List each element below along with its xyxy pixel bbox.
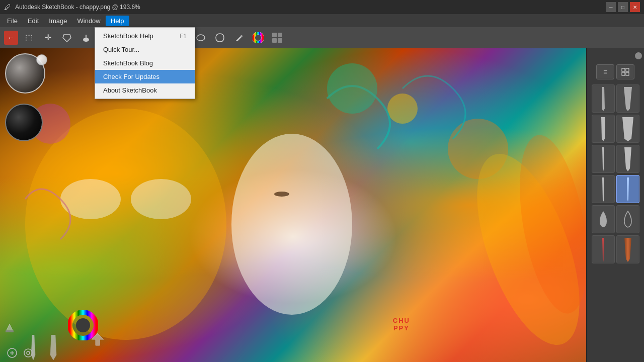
svg-rect-31 [622,72,625,75]
svg-point-7 [240,35,243,37]
brush-icon-pen-narrow[interactable] [592,145,615,173]
view-toggle-row: ≡ [596,64,634,79]
brush-library-button[interactable] [269,29,286,46]
svg-point-18 [327,63,377,114]
svg-point-6 [197,35,205,41]
selection-tool-button[interactable]: ⬚ [20,29,37,46]
help-check-updates-item[interactable]: Check For Updates [95,70,195,83]
help-sketchbook-help-item[interactable]: SketchBook Help F1 [95,29,195,43]
arrow-tool[interactable] [91,332,105,348]
brush-icon-color1[interactable] [592,235,615,263]
menu-file[interactable]: File [2,16,23,26]
shape-tool-button[interactable] [211,29,228,46]
svg-rect-30 [626,68,629,71]
brush-icon-wide-taper[interactable] [616,84,639,113]
menu-edit[interactable]: Edit [23,16,44,26]
pencil-tool-button[interactable] [21,346,35,360]
app-icon: 🖊 [4,3,11,11]
color-swatch-white[interactable] [36,54,47,65]
smudge-tool[interactable] [3,320,17,337]
fill-tool-button[interactable] [77,29,95,46]
back-button[interactable]: ← [4,31,18,45]
svg-point-17 [274,192,289,197]
help-quick-tour-item[interactable]: Quick Tour... [95,43,195,56]
color-picker-button[interactable] [230,29,248,46]
svg-point-15 [131,179,191,219]
right-panel: ≡ [586,48,644,362]
brush-icon-narrow[interactable] [592,84,615,113]
svg-rect-9 [272,33,277,37]
title-bar: 🖊 Autodesk SketchBook - chappy.png @ 193… [0,0,644,14]
brush-row-4 [592,175,639,203]
color-swatch-black[interactable] [5,104,43,141]
svg-point-28 [27,351,30,354]
brush-row-3 [592,145,639,173]
maximize-button[interactable]: □ [618,2,628,12]
title-bar-title: Autodesk SketchBook - chappy.png @ 193.6… [15,4,140,11]
svg-rect-11 [272,38,277,43]
canvas[interactable]: CHU PPY [0,48,586,362]
brush-icon-medium[interactable] [592,115,615,143]
brush-row-6 [592,235,639,263]
menu-image[interactable]: Image [44,16,72,26]
svg-rect-12 [278,38,282,43]
svg-point-27 [24,349,32,357]
brush-icon-2[interactable] [45,335,61,360]
svg-point-25 [76,318,90,332]
svg-rect-10 [278,33,282,37]
brush-icon-drop2[interactable] [616,205,639,233]
left-tool-icons [3,320,17,337]
help-blog-item[interactable]: SketchBook Blog [95,56,195,70]
menu-bar: File Edit Image Window Help [0,14,644,27]
panel-close-button[interactable] [635,52,642,59]
bottom-left-icons [5,346,35,360]
brush-row-5 [592,205,639,233]
magic-tool-button[interactable] [5,346,19,360]
brush-row-2 [592,115,639,143]
svg-rect-2 [86,35,87,39]
svg-point-13 [25,109,226,340]
brush-icon-pen-wide[interactable] [616,145,639,173]
menu-window[interactable]: Window [72,16,106,26]
brush-icon-drop1[interactable] [592,205,615,233]
svg-marker-0 [63,35,71,42]
brush-icon-thin-pointer[interactable] [592,175,615,203]
color-wheel-button[interactable] [250,29,267,46]
transform-tool-button[interactable]: ✛ [39,29,56,46]
lasso-tool-button[interactable] [58,29,75,46]
svg-rect-24 [6,330,14,332]
minimize-button[interactable]: ─ [606,2,616,12]
help-about-item[interactable]: About SketchBook [95,83,195,97]
menu-help[interactable]: Help [106,16,129,26]
svg-point-19 [387,94,418,124]
close-button[interactable]: ✕ [630,2,640,12]
help-dropdown-menu: SketchBook Help F1 Quick Tour... SketchB… [95,27,195,99]
list-view-button[interactable]: ≡ [596,64,614,79]
brush-icon-color2[interactable] [616,235,639,263]
svg-rect-32 [626,72,629,75]
svg-rect-29 [622,68,625,71]
title-bar-controls: ─ □ ✕ [606,2,640,12]
brush-icon-chisel[interactable] [616,115,639,143]
brush-icon-selected[interactable] [616,175,639,203]
grid-view-button[interactable] [616,64,634,79]
brush-row-1 [592,84,639,113]
svg-point-16 [231,134,352,315]
